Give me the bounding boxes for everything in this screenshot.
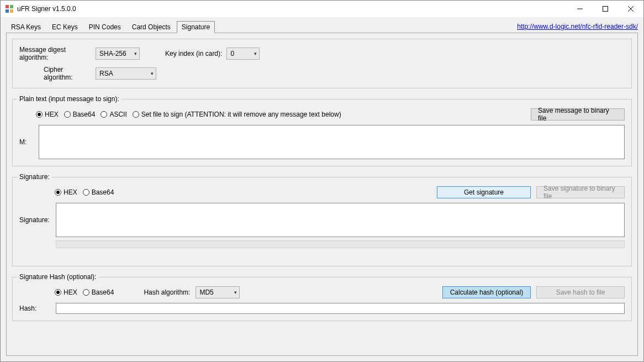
keyidx-combo-value: 0 — [230, 50, 234, 57]
app-icon — [5, 4, 14, 13]
close-icon — [628, 6, 634, 12]
sdk-link[interactable]: http://www.d-logic.net/nfc-rfid-reader-s… — [517, 23, 638, 30]
digest-label: Message digest algorithm: — [19, 46, 91, 61]
hash-algo-combo[interactable]: MD5 ▾ — [196, 286, 240, 298]
settings-row-1: Message digest algorithm: SHA-256 ▾ Key … — [19, 46, 625, 61]
digest-combo-value: SHA-256 — [99, 50, 126, 57]
plaintext-radios: HEX Base64 ASCII Set file to sign (ATTEN… — [36, 111, 347, 118]
signature-row: Signature: — [19, 203, 625, 237]
plaintext-legend: Plain text (input message to sign): — [17, 95, 122, 103]
keyidx-combo[interactable]: 0 ▾ — [226, 48, 260, 60]
title-left: uFR Signer v1.5.0.0 — [5, 4, 76, 13]
signature-scrollbar[interactable] — [56, 240, 625, 248]
tab-pin-codes[interactable]: PIN Codes — [84, 21, 126, 33]
radio-sig-base64[interactable]: Base64 — [83, 188, 114, 196]
tab-ec-keys[interactable]: EC Keys — [47, 21, 83, 33]
radio-plain-base64[interactable]: Base64 — [64, 111, 96, 118]
cipher-combo-value: RSA — [99, 70, 113, 77]
settings-row-2: Cipher algorithm: RSA ▾ — [19, 66, 625, 81]
tab-rsa-keys[interactable]: RSA Keys — [6, 21, 46, 33]
calc-hash-button[interactable]: Calculate hash (optional) — [442, 286, 531, 298]
hash-controls-row: HEX Base64 Hash algorithm: MD5 ▾ Calcula… — [19, 286, 625, 298]
signature-radios: HEX Base64 — [55, 188, 119, 196]
save-hash-button: Save hash to file — [536, 286, 625, 298]
svg-rect-0 — [6, 5, 9, 8]
radio-plain-file[interactable]: Set file to sign (ATTENTION: it will rem… — [133, 111, 341, 118]
get-signature-button[interactable]: Get signature — [437, 186, 531, 198]
chevron-down-icon: ▾ — [134, 51, 137, 56]
signature-legend: Signature: — [17, 173, 52, 181]
digest-combo[interactable]: SHA-256 ▾ — [96, 48, 140, 60]
radio-plain-hex[interactable]: HEX — [36, 111, 59, 118]
settings-group: Message digest algorithm: SHA-256 ▾ Key … — [12, 39, 632, 88]
svg-rect-2 — [6, 9, 9, 13]
radio-plain-ascii[interactable]: ASCII — [101, 111, 126, 118]
radio-hash-hex[interactable]: HEX — [55, 288, 77, 296]
minimize-icon — [577, 6, 583, 12]
save-message-button[interactable]: Save message to binary file — [531, 108, 625, 120]
titlebar: uFR Signer v1.5.0.0 — [1, 1, 643, 17]
chevron-down-icon: ▾ — [234, 290, 237, 295]
app-window: uFR Signer v1.5.0.0 RSA Keys EC Keys PIN… — [0, 0, 644, 362]
hash-algo-label: Hash algorithm: — [144, 288, 190, 296]
plaintext-group: Plain text (input message to sign): HEX … — [12, 95, 632, 166]
svg-rect-5 — [603, 7, 608, 12]
svg-rect-1 — [10, 5, 13, 8]
hash-group: Signature Hash (optional): HEX Base64 Ha… — [12, 273, 632, 321]
hash-legend: Signature Hash (optional): — [17, 273, 98, 281]
signature-controls-row: HEX Base64 Get signature Save signature … — [19, 186, 625, 198]
window-title: uFR Signer v1.5.0.0 — [17, 5, 76, 13]
svg-rect-3 — [10, 9, 13, 13]
chevron-down-icon: ▾ — [151, 71, 154, 76]
signature-output[interactable] — [56, 203, 625, 237]
message-row: M: — [19, 125, 625, 159]
chevron-down-icon: ▾ — [254, 51, 257, 56]
maximize-button[interactable] — [593, 1, 618, 17]
close-button[interactable] — [618, 1, 643, 17]
client-area: RSA Keys EC Keys PIN Codes Card Objects … — [1, 17, 643, 361]
tab-page-signature: Message digest algorithm: SHA-256 ▾ Key … — [6, 33, 638, 356]
radio-hash-base64[interactable]: Base64 — [83, 288, 114, 296]
tab-signature[interactable]: Signature — [177, 21, 215, 33]
signature-label: Signature: — [19, 203, 50, 224]
hash-radios: HEX Base64 — [55, 288, 119, 296]
message-input[interactable] — [39, 125, 625, 159]
topbar: RSA Keys EC Keys PIN Codes Card Objects … — [6, 20, 638, 33]
signature-scroll-row — [19, 240, 625, 248]
hash-output[interactable] — [56, 303, 625, 314]
hash-label: Hash: — [19, 305, 50, 312]
signature-group: Signature: HEX Base64 Get signature Save… — [12, 173, 632, 266]
cipher-combo[interactable]: RSA ▾ — [96, 67, 156, 80]
hash-row: Hash: — [19, 303, 625, 314]
tab-card-objects[interactable]: Card Objects — [127, 21, 176, 33]
keyidx-label: Key index (in card): — [165, 50, 222, 57]
tab-strip: RSA Keys EC Keys PIN Codes Card Objects … — [6, 21, 215, 33]
hash-algo-value: MD5 — [199, 288, 213, 296]
minimize-button[interactable] — [567, 1, 593, 17]
radio-sig-hex[interactable]: HEX — [55, 188, 77, 196]
window-controls — [567, 1, 643, 17]
plaintext-controls-row: HEX Base64 ASCII Set file to sign (ATTEN… — [19, 108, 625, 120]
save-signature-button: Save signature to binary file — [536, 186, 625, 198]
cipher-label: Cipher algorithm: — [19, 66, 91, 81]
maximize-icon — [603, 6, 608, 12]
m-label: M: — [19, 138, 33, 146]
